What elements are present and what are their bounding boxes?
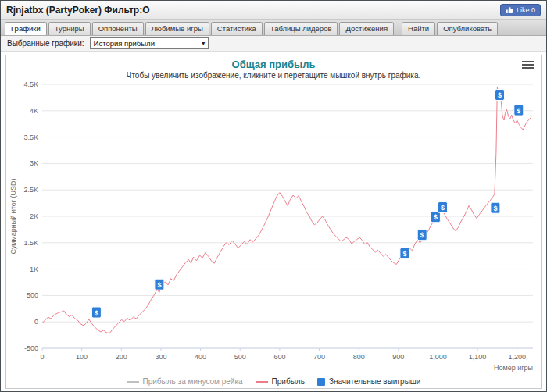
y-tick-label: 4.5K — [23, 80, 38, 88]
x-axis-title: Номер игры — [494, 364, 533, 372]
tab-leaderboards[interactable]: Таблицы лидеров — [264, 22, 338, 35]
page-header: Rjnjatbx (PartyPoker) Фильтр:О Like 0 — [1, 1, 546, 20]
chart-subtitle: Чтобы увеличить изображение, кликните и … — [6, 71, 541, 80]
significant-win-marker[interactable]: $ — [438, 202, 448, 213]
y-tick-label: 1K — [30, 265, 38, 273]
svg-text:$: $ — [402, 250, 406, 258]
x-tick-label: 800 — [353, 353, 365, 361]
legend-label: Значительные выигрыши — [329, 377, 421, 386]
significant-win-marker[interactable]: $ — [417, 230, 427, 241]
x-tick-label: 100 — [76, 353, 88, 361]
significant-win-marker[interactable]: $ — [491, 202, 500, 213]
significant-win-marker[interactable]: $ — [514, 105, 524, 116]
chart-title: Общая прибыль — [6, 59, 541, 70]
svg-text:$: $ — [157, 281, 161, 289]
significant-win-marker[interactable]: $ — [91, 307, 101, 318]
tab-graphs[interactable]: Графики — [5, 22, 47, 35]
tab-favorite-games[interactable]: Любимые игры — [145, 22, 209, 35]
y-tick-label: -500 — [24, 344, 38, 352]
svg-text:$: $ — [517, 107, 520, 115]
significant-win-marker[interactable]: $ — [495, 90, 505, 101]
legend-label: Прибыль — [272, 377, 305, 386]
legend-line-swatch — [256, 381, 268, 383]
graph-select-label: Выбранные графики: — [7, 39, 84, 48]
y-tick-label: 4K — [30, 107, 38, 115]
facebook-like-button[interactable]: Like 0 — [500, 4, 541, 16]
legend-label: Прибыль за минусом рейка — [143, 377, 243, 386]
tab-find[interactable]: Найти — [402, 22, 435, 35]
y-tick-label: 2K — [30, 212, 38, 220]
y-tick-label: 3.5K — [23, 134, 38, 141]
svg-text:$: $ — [420, 231, 424, 239]
y-tick-label: 1.5K — [23, 239, 38, 247]
tab-opponents[interactable]: Оппоненты — [92, 22, 144, 35]
tab-bar: ГрафикиТурнирыОппонентыЛюбимые игрыСтати… — [1, 20, 546, 36]
legend-item[interactable]: Прибыль — [256, 377, 305, 386]
x-tick-label: 200 — [116, 353, 127, 361]
chart-legend: Прибыль за минусом рейкаПрибыльЗначитель… — [6, 375, 541, 388]
x-tick-label: 900 — [392, 353, 404, 361]
thumbs-up-icon — [506, 6, 513, 14]
filter-row: Выбранные графики: История прибыли ▼ — [1, 36, 546, 52]
svg-text:$: $ — [95, 309, 98, 317]
tab-tournaments[interactable]: Турниры — [48, 22, 91, 35]
app-window: Rjnjatbx (PartyPoker) Фильтр:О Like 0 Гр… — [0, 0, 547, 392]
profit-line-series — [42, 87, 531, 333]
y-tick-label: 2.5K — [23, 186, 38, 194]
y-tick-label: 0 — [34, 318, 38, 326]
y-tick-label: 3K — [30, 159, 38, 167]
x-tick-label: 700 — [313, 353, 325, 361]
x-tick-label: 600 — [274, 353, 285, 361]
like-label: Like 0 — [517, 6, 535, 14]
chevron-down-icon: ▼ — [201, 41, 206, 46]
significant-win-marker[interactable]: $ — [155, 279, 164, 290]
x-tick-label: 1,100 — [469, 353, 487, 361]
chart-menu-icon[interactable] — [522, 61, 534, 70]
legend-square-swatch — [317, 378, 325, 386]
graph-select-value: История прибыли — [94, 39, 155, 48]
x-tick-label: 1,000 — [429, 353, 447, 361]
tab-publish[interactable]: Опубликовать — [437, 22, 498, 35]
legend-item[interactable]: Значительные выигрыши — [317, 377, 421, 386]
graph-select[interactable]: История прибыли ▼ — [90, 37, 209, 49]
x-tick-label: 300 — [155, 353, 166, 361]
svg-text:$: $ — [434, 213, 438, 221]
x-tick-label: 0 — [40, 353, 44, 361]
significant-win-marker[interactable]: $ — [400, 248, 409, 258]
chart-panel: Общая прибыль Чтобы увеличить изображени… — [5, 55, 542, 389]
y-tick-label: 500 — [27, 291, 38, 299]
x-tick-label: 1,200 — [508, 353, 526, 361]
svg-text:$: $ — [493, 205, 497, 212]
profit-chart[interactable]: -50005001K1.5K2K2.5K3K3.5K4K4.5K01002003… — [6, 80, 541, 375]
y-axis-title: Суммарный итог (USD) — [9, 178, 17, 254]
player-title: Rjnjatbx (PartyPoker) Фильтр:О — [6, 5, 149, 16]
svg-text:$: $ — [498, 91, 502, 99]
legend-item[interactable]: Прибыль за минусом рейка — [127, 377, 243, 386]
x-tick-label: 500 — [234, 353, 246, 361]
svg-text:$: $ — [441, 204, 445, 212]
tab-statistics[interactable]: Статистика — [211, 22, 263, 35]
tab-achievements[interactable]: Достижения — [339, 22, 394, 35]
legend-line-swatch — [127, 381, 139, 383]
x-tick-label: 400 — [195, 353, 206, 361]
